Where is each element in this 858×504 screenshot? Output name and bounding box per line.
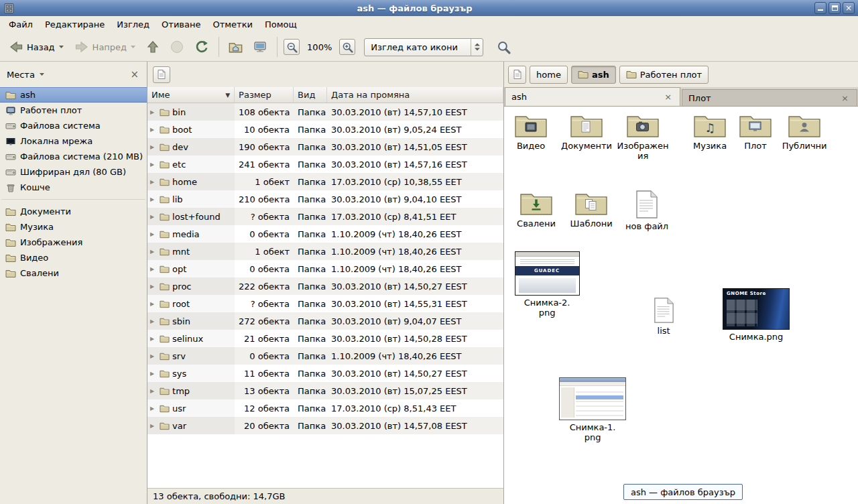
icon-item-snimka1[interactable]: Снимка-1. png [556, 377, 629, 442]
sidebar-item-ash[interactable]: ash [0, 87, 147, 103]
table-row-bin[interactable]: ▶bin108 обектаПапка30.03.2010 (вт) 14,57… [147, 103, 503, 121]
tab-ash[interactable]: ash× [505, 87, 680, 106]
column-header-date[interactable]: Дата на промяна [327, 87, 503, 103]
table-row-opt[interactable]: ▶opt0 обектаПапка1.10.2009 (чт) 18,40,26… [147, 260, 503, 277]
expander-icon[interactable]: ▶ [150, 231, 157, 237]
expander-icon[interactable]: ▶ [150, 318, 157, 324]
pathbar-button-home[interactable]: home [530, 66, 568, 84]
table-row-media[interactable]: ▶media0 обектаПапка1.10.2009 (чт) 18,40,… [147, 225, 503, 243]
expander-icon[interactable]: ▶ [150, 179, 157, 185]
view-mode-select[interactable]: Изглед като икони [364, 38, 483, 56]
table-row-selinux[interactable]: ▶selinux21 обектаПапка30.03.2010 (вт) 14… [147, 330, 503, 347]
table-row-sys[interactable]: ▶sys11 обектаПапка30.03.2010 (вт) 14,50,… [147, 365, 503, 382]
table-row-etc[interactable]: ▶etc241 обектаПапка30.03.2010 (вт) 14,57… [147, 155, 503, 173]
menu-view[interactable]: Изглед [111, 17, 156, 32]
icon-item-documents[interactable]: Документи [558, 112, 615, 151]
menu-file[interactable]: Файл [3, 17, 39, 32]
file-name: selinux [172, 334, 203, 344]
home-button[interactable] [224, 36, 247, 58]
table-row-root[interactable]: ▶root? обектаПапка30.03.2010 (вт) 14,55,… [147, 295, 503, 312]
icon-item-video[interactable]: Видео [508, 112, 554, 151]
sidebar-item-desktop[interactable]: Работен плот [0, 103, 147, 118]
column-header-kind[interactable]: Вид [294, 87, 327, 103]
table-row-dev[interactable]: ▶dev190 обектаПапка30.03.2010 (вт) 14,51… [147, 138, 503, 155]
icon-item-downloads[interactable]: Свалени [512, 190, 560, 229]
expander-icon[interactable]: ▶ [150, 371, 157, 377]
tab-close-icon[interactable]: × [662, 92, 674, 102]
sidebar-item-videos[interactable]: Видео [0, 250, 147, 265]
table-row-lib[interactable]: ▶lib210 обектаПапка30.03.2010 (вт) 9,04,… [147, 190, 503, 208]
expander-icon[interactable]: ▶ [150, 405, 157, 412]
location-button[interactable] [153, 66, 170, 83]
pathbar-button-desktop[interactable]: Работен плот [619, 66, 709, 84]
zoom-in-button[interactable] [339, 39, 355, 55]
sidebar-item-documents[interactable]: Документи [0, 204, 147, 219]
back-button[interactable]: Назад [4, 36, 69, 58]
icon-item-public[interactable]: Публични [780, 112, 829, 151]
sidebar-item-music[interactable]: Музика [0, 219, 147, 235]
icon-item-list[interactable]: list [641, 297, 686, 336]
up-button[interactable] [141, 36, 164, 58]
sidebar-item-downloads[interactable]: Свалени [0, 265, 147, 281]
icon-item-templates[interactable]: Шаблони [567, 190, 615, 229]
close-button[interactable]: × [843, 2, 855, 14]
expander-icon[interactable]: ▶ [150, 127, 157, 133]
expander-icon[interactable]: ▶ [150, 109, 157, 115]
sidebar-item-trash[interactable]: Кошче [0, 180, 147, 195]
tab-close-icon[interactable]: × [839, 93, 851, 103]
pathbar-root-button[interactable] [508, 66, 526, 84]
expander-icon[interactable]: ▶ [150, 162, 157, 168]
table-row-proc[interactable]: ▶proc222 обектаПапка30.03.2010 (вт) 14,5… [147, 277, 503, 295]
sidebar-item-encrypted-80gb[interactable]: Шифриран дял (80 GB) [0, 164, 147, 180]
sidebar-item-filesystem[interactable]: Файлова система [0, 118, 147, 133]
forward-button[interactable]: Напред [70, 36, 141, 58]
icon-item-desktop[interactable]: Плот [735, 112, 776, 151]
table-row-var[interactable]: ▶var20 обектаПапка30.03.2010 (вт) 14,57,… [147, 417, 503, 434]
table-row-home[interactable]: ▶home1 обектПапка17.03.2010 (ср) 10,38,5… [147, 173, 503, 190]
table-row-srv[interactable]: ▶srv0 обектаПапка1.10.2009 (чт) 18,40,26… [147, 347, 503, 365]
icon-item-snimka2[interactable]: GUADECСнимка-2. png [512, 251, 582, 318]
menu-help[interactable]: Помощ [259, 17, 303, 32]
expander-icon[interactable]: ▶ [150, 214, 157, 220]
sidebar-item-pictures[interactable]: Изображения [0, 235, 147, 250]
table-row-sbin[interactable]: ▶sbin272 обектаПапка30.03.2010 (вт) 9,04… [147, 312, 503, 330]
column-header-name[interactable]: Име ▼ [147, 87, 235, 103]
sidebar-item-filesystem-210mb[interactable]: Файлова система (210 MB) [0, 149, 147, 164]
expander-icon[interactable]: ▶ [150, 144, 157, 150]
cell-date: 30.03.2010 (вт) 9,05,24 EEST [327, 125, 503, 135]
minimize-button[interactable] [814, 2, 826, 14]
reload-button[interactable] [190, 36, 214, 58]
expander-icon[interactable]: ▶ [150, 336, 157, 342]
table-row-boot[interactable]: ▶boot10 обектаПапка30.03.2010 (вт) 9,05,… [147, 121, 503, 138]
table-row-usr[interactable]: ▶usr12 обектаПапка17.03.2010 (ср) 8,51,4… [147, 399, 503, 417]
menu-go[interactable]: Отиване [156, 17, 206, 32]
expander-icon[interactable]: ▶ [150, 353, 157, 359]
search-button[interactable] [492, 36, 515, 58]
sidebar-close-button[interactable]: × [128, 68, 142, 80]
tab-desktop[interactable]: Плот× [682, 89, 857, 106]
expander-icon[interactable]: ▶ [150, 284, 157, 290]
pathbar-button-ash[interactable]: ash [571, 66, 616, 84]
icon-item-new-file[interactable]: нов файл [625, 190, 669, 231]
table-row-tmp[interactable]: ▶tmp13 обектаПапка30.03.2010 (вт) 15,07,… [147, 382, 503, 399]
expander-icon[interactable]: ▶ [150, 423, 157, 429]
expander-icon[interactable]: ▶ [150, 388, 157, 394]
menu-bookmarks[interactable]: Отметки [206, 17, 258, 32]
computer-button[interactable] [248, 36, 272, 58]
zoom-out-button[interactable] [284, 39, 300, 55]
icon-item-images[interactable]: Изображен ия [617, 112, 669, 161]
expander-icon[interactable]: ▶ [150, 196, 157, 202]
icon-item-snimka[interactable]: GNOME StoreСнимка.png [720, 288, 792, 342]
expander-icon[interactable]: ▶ [150, 301, 157, 307]
maximize-button[interactable] [829, 2, 841, 14]
sidebar-item-network[interactable]: Локална мрежа [0, 133, 147, 149]
table-row-mnt[interactable]: ▶mnt1 обектПапка1.10.2009 (чт) 18,40,26 … [147, 243, 503, 260]
column-header-size[interactable]: Размер [235, 87, 294, 103]
stop-button[interactable] [165, 36, 189, 58]
sidebar-pane-select[interactable]: Места [7, 70, 128, 80]
table-row-lost+found[interactable]: ▶lost+found? обектаПапка17.03.2010 (ср) … [147, 208, 503, 225]
menu-edit[interactable]: Редактиране [39, 17, 111, 32]
expander-icon[interactable]: ▶ [150, 266, 157, 272]
icon-item-music[interactable]: ♫Музика [686, 112, 734, 151]
expander-icon[interactable]: ▶ [150, 249, 157, 255]
